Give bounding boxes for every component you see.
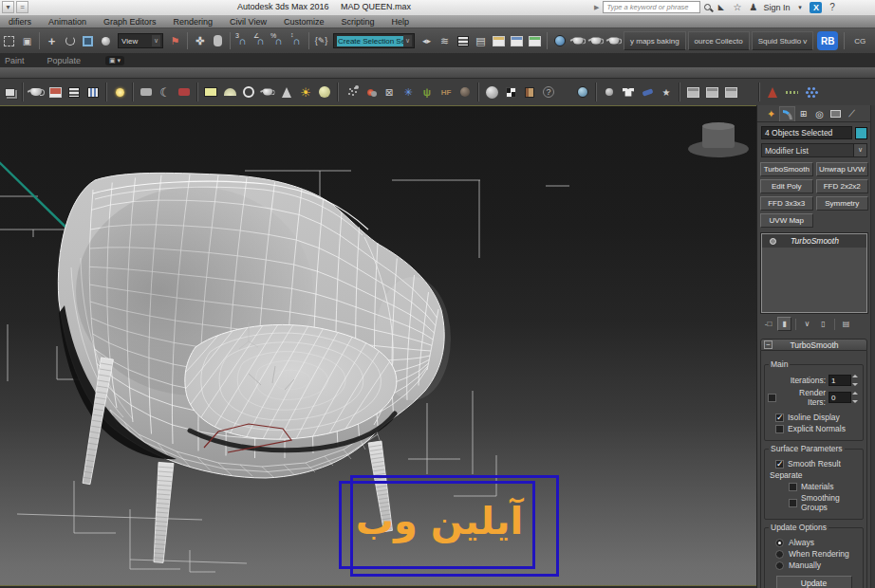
cone-icon[interactable] bbox=[277, 83, 296, 101]
menu-item[interactable]: Graph Editors bbox=[95, 17, 165, 27]
populate-flyout-icon[interactable]: ▣ ▾ bbox=[105, 56, 124, 65]
show-end-result-icon[interactable]: ▮ bbox=[777, 317, 791, 331]
selection-center-icon[interactable] bbox=[97, 32, 115, 50]
rb-badge-icon[interactable]: RB bbox=[817, 31, 838, 50]
graphite-ribbon-icon[interactable]: ▤ bbox=[472, 32, 490, 50]
communication-center-icon[interactable]: ◣ bbox=[715, 3, 727, 11]
menu-item[interactable]: Rendering bbox=[165, 17, 222, 27]
remove-modifier-icon[interactable]: ▯ bbox=[816, 317, 830, 331]
panel-scroll-strip[interactable] bbox=[870, 105, 875, 588]
sphere-gray-icon[interactable] bbox=[482, 83, 501, 101]
envelope-box-icon[interactable]: ⊠ bbox=[380, 83, 399, 101]
menu-item[interactable]: Customize bbox=[275, 17, 333, 27]
spreadsheet-icon[interactable] bbox=[84, 83, 102, 101]
viewport[interactable]: آیلین وب bbox=[0, 105, 756, 585]
custom-button-resource-collector[interactable]: ource Collecto bbox=[688, 31, 750, 50]
dash-strip-icon[interactable] bbox=[782, 83, 801, 101]
paint-tab[interactable]: Paint bbox=[0, 56, 36, 65]
menu-item[interactable]: Civil View bbox=[221, 17, 275, 27]
camera-gray-icon[interactable] bbox=[137, 83, 156, 101]
iterations-field[interactable]: 1 bbox=[828, 375, 851, 386]
modifier-button[interactable]: UVW Map bbox=[760, 213, 813, 228]
checker-map-icon[interactable] bbox=[501, 83, 520, 101]
motion-tab-icon[interactable]: ◎ bbox=[811, 106, 828, 121]
window-select-icon[interactable]: ▣ bbox=[18, 32, 36, 50]
light-bulb-icon[interactable] bbox=[110, 83, 129, 101]
make-unique-icon[interactable]: ∨ bbox=[800, 317, 814, 331]
workspace-icon[interactable]: ▾ bbox=[2, 1, 14, 13]
rollout-header[interactable]: − TurboSmooth bbox=[760, 339, 867, 351]
menu-item[interactable]: Help bbox=[382, 17, 418, 27]
small-sphere-icon[interactable] bbox=[600, 83, 619, 101]
moon-icon[interactable]: ☾ bbox=[156, 83, 175, 101]
render-setup-icon[interactable] bbox=[550, 32, 568, 50]
paint-roller-icon[interactable] bbox=[638, 83, 657, 101]
modifier-button[interactable]: TurboSmooth bbox=[760, 162, 813, 176]
configure-modifier-sets-icon[interactable]: ▤ bbox=[839, 317, 853, 331]
cloth-shirt-icon[interactable] bbox=[619, 83, 638, 101]
favorites-star-icon[interactable]: ☆ bbox=[731, 2, 743, 12]
teapot-small-icon[interactable] bbox=[258, 83, 277, 101]
reference-coordinate-dropdown[interactable]: View ∨ bbox=[118, 33, 163, 48]
menu-item[interactable]: Animation bbox=[40, 17, 95, 27]
teapot-preview-icon[interactable] bbox=[27, 83, 46, 101]
always-radio[interactable] bbox=[775, 539, 784, 547]
menu-item[interactable]: difiers bbox=[0, 17, 40, 27]
ball-red-icon[interactable] bbox=[361, 83, 380, 101]
custom-button-cg[interactable]: CG bbox=[848, 31, 871, 50]
sphere-yellow-icon[interactable] bbox=[315, 83, 334, 101]
list-panel-icon[interactable] bbox=[65, 83, 84, 101]
camera-red-icon[interactable] bbox=[175, 83, 194, 101]
modifier-button[interactable]: Unwrap UVW bbox=[816, 162, 869, 176]
rendered-frame-window-icon[interactable] bbox=[568, 32, 586, 50]
dropdown-caret-icon[interactable]: ▾ bbox=[793, 4, 806, 11]
render-production-icon[interactable] bbox=[586, 32, 605, 50]
iterations-spinner[interactable] bbox=[852, 375, 860, 386]
modifier-button[interactable]: FFD 2x2x2 bbox=[816, 179, 869, 193]
pin-stack-icon[interactable]: -□ bbox=[761, 317, 775, 331]
update-button[interactable]: Update bbox=[776, 576, 852, 588]
sign-in-button[interactable]: Sign In bbox=[763, 3, 790, 12]
particle-spray-icon[interactable] bbox=[342, 83, 361, 101]
state-set-c-icon[interactable] bbox=[721, 83, 740, 101]
utilities-tab-icon[interactable]: ⟋ bbox=[844, 106, 860, 121]
autodesk-exchange-icon[interactable]: X bbox=[810, 2, 822, 13]
character-star-icon[interactable]: ★ bbox=[657, 83, 676, 101]
render-iters-spinner[interactable] bbox=[852, 392, 860, 403]
schematic-view-icon[interactable] bbox=[526, 32, 544, 50]
help-circle-icon[interactable]: ? bbox=[539, 83, 558, 101]
create-tab-icon[interactable]: ✦ bbox=[763, 106, 779, 121]
layer-manager-icon[interactable] bbox=[454, 32, 472, 50]
hierarchy-tab-icon[interactable]: ⊞ bbox=[795, 106, 811, 121]
render-window-icon[interactable] bbox=[46, 83, 65, 101]
align-icon[interactable]: ≋ bbox=[436, 32, 454, 50]
help-icon[interactable]: ? bbox=[826, 2, 838, 12]
render-iters-field[interactable]: 0 bbox=[828, 392, 851, 403]
modifier-enabled-bulb-icon[interactable] bbox=[770, 238, 776, 245]
select-and-manipulate-icon[interactable]: ⚑ bbox=[166, 32, 184, 50]
modifier-list-dropdown[interactable]: Modifier List ∨ bbox=[761, 143, 867, 157]
render-teapot-icon[interactable] bbox=[605, 32, 623, 50]
pivot-snap-icon[interactable]: ✜ bbox=[191, 32, 209, 50]
angle-snap-icon[interactable]: ∩∠ bbox=[251, 32, 270, 50]
dark-sphere-icon[interactable] bbox=[456, 83, 475, 101]
manually-radio[interactable] bbox=[775, 561, 784, 570]
isoline-display-checkbox[interactable] bbox=[775, 413, 784, 422]
spinner-snap-icon[interactable]: ∩↕ bbox=[288, 32, 306, 50]
mirror-icon[interactable]: ◂▸ bbox=[418, 32, 436, 50]
edit-named-selections-icon[interactable]: {✎} bbox=[312, 32, 330, 50]
materials-checkbox[interactable] bbox=[789, 483, 797, 491]
modifier-button[interactable]: FFD 3x3x3 bbox=[760, 196, 813, 211]
search-input[interactable]: Type a keyword or phrase bbox=[603, 1, 700, 13]
dots-circle-icon[interactable] bbox=[801, 83, 820, 101]
percent-snap-icon[interactable]: ∩% bbox=[270, 32, 288, 50]
hair-fur-icon[interactable]: HF bbox=[437, 83, 456, 101]
sun-icon[interactable]: ☀ bbox=[296, 83, 315, 101]
snaps-toggle-icon[interactable]: ∩3 bbox=[233, 32, 251, 50]
tower-red-icon[interactable] bbox=[763, 83, 782, 101]
select-and-scale-icon[interactable] bbox=[79, 32, 97, 50]
globe-panel-icon[interactable] bbox=[573, 83, 592, 101]
named-selection-set-dropdown[interactable]: Create Selection Se ∨ bbox=[333, 33, 415, 48]
dome-icon[interactable] bbox=[220, 83, 239, 101]
search-icon[interactable] bbox=[704, 4, 711, 10]
